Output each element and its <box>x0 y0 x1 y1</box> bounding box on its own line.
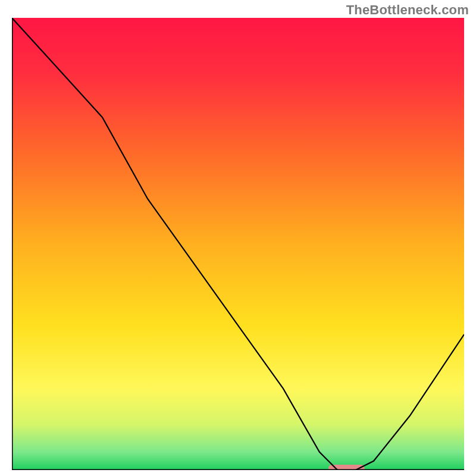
heatmap-background <box>12 18 464 470</box>
chart-container: TheBottleneck.com <box>0 0 476 476</box>
plot-area <box>12 18 464 470</box>
watermark-text: TheBottleneck.com <box>346 2 469 18</box>
chart-svg <box>12 18 464 470</box>
